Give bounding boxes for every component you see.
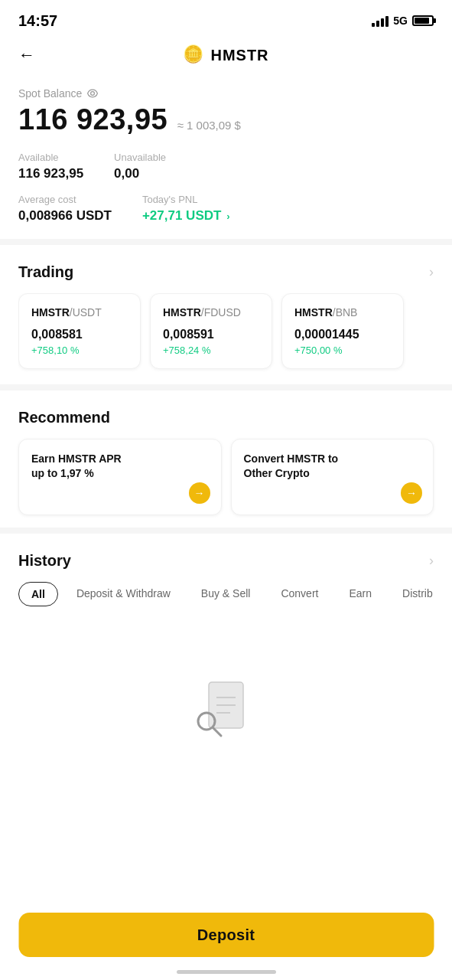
unavailable-balance: Unavailable 0,00 xyxy=(114,152,166,181)
trading-section: Trading › HMSTR/USDT 0,008581 +758,10 % … xyxy=(0,251,452,378)
history-tab[interactable]: Convert xyxy=(268,582,330,606)
page-header: ← 🪙 HMSTR xyxy=(0,38,452,75)
status-bar: 14:57 5G xyxy=(0,0,452,38)
coin-name: HMSTR xyxy=(210,47,268,64)
pnl-value[interactable]: +27,71 USDT › xyxy=(142,208,230,224)
balance-usd: ≈ 1 003,09 $ xyxy=(177,119,241,132)
divider-2 xyxy=(0,384,452,390)
recommend-section: Recommend Earn HMSTR APR up to 1,97 % → … xyxy=(0,397,452,521)
card-price: 0,00001445 xyxy=(294,328,391,341)
pnl-chevron: › xyxy=(226,211,229,222)
balance-row: 116 923,95 ≈ 1 003,09 $ xyxy=(18,104,434,136)
todays-pnl: Today's PNL +27,71 USDT › xyxy=(142,194,230,224)
trading-header: Trading › xyxy=(18,263,434,281)
header-title: 🪙 HMSTR xyxy=(183,44,268,66)
balance-details: Available 116 923,95 Unavailable 0,00 xyxy=(18,152,434,181)
recommend-text: Convert HMSTR to Other Crypto xyxy=(244,452,343,482)
status-icons: 5G xyxy=(372,15,434,27)
history-tabs: AllDeposit & WithdrawBuy & SellConvertEa… xyxy=(18,582,434,609)
available-balance: Available 116 923,95 xyxy=(18,152,83,181)
avg-cost-label: Average cost xyxy=(18,194,112,205)
recommend-cards: Earn HMSTR APR up to 1,97 % → Convert HM… xyxy=(18,439,434,515)
avg-cost-value: 0,008966 USDT xyxy=(18,208,112,224)
unavailable-value: 0,00 xyxy=(114,166,166,181)
deposit-btn-container: Deposit xyxy=(18,913,434,957)
eye-icon[interactable] xyxy=(86,87,99,100)
divider-3 xyxy=(0,528,452,534)
card-pair: HMSTR/FDUSD xyxy=(163,306,259,318)
empty-state-icon xyxy=(196,677,257,738)
history-tab[interactable]: Buy & Sell xyxy=(189,582,263,606)
network-label: 5G xyxy=(393,15,408,27)
history-title: History xyxy=(18,552,71,570)
status-time: 14:57 xyxy=(18,12,57,30)
history-tab[interactable]: All xyxy=(18,582,58,606)
card-pair: HMSTR/USDT xyxy=(31,306,128,318)
trading-chevron-icon[interactable]: › xyxy=(429,264,434,280)
avg-pnl-row: Average cost 0,008966 USDT Today's PNL +… xyxy=(18,194,434,224)
divider-1 xyxy=(0,239,452,245)
trading-card[interactable]: HMSTR/USDT 0,008581 +758,10 % xyxy=(18,293,141,369)
unavailable-label: Unavailable xyxy=(114,152,166,163)
card-price: 0,008581 xyxy=(31,328,128,341)
recommend-arrow-icon: → xyxy=(189,482,210,504)
avg-cost: Average cost 0,008966 USDT xyxy=(18,194,112,224)
recommend-card[interactable]: Convert HMSTR to Other Crypto → xyxy=(231,439,434,515)
pnl-label: Today's PNL xyxy=(142,194,230,205)
card-change: +750,00 % xyxy=(294,345,391,356)
recommend-card[interactable]: Earn HMSTR APR up to 1,97 % → xyxy=(18,439,222,515)
recommend-header: Recommend xyxy=(18,409,434,426)
empty-state xyxy=(0,616,452,769)
history-section: History › AllDeposit & WithdrawBuy & Sel… xyxy=(0,540,452,616)
trading-card[interactable]: HMSTR/FDUSD 0,008591 +758,24 % xyxy=(150,293,272,369)
trading-card[interactable]: HMSTR/BNB 0,00001445 +750,00 % xyxy=(281,293,404,369)
balance-amount: 116 923,95 xyxy=(18,103,167,136)
coin-icon: 🪙 xyxy=(183,44,204,66)
history-tab[interactable]: Distrib xyxy=(390,582,434,606)
available-label: Available xyxy=(18,152,83,163)
available-value: 116 923,95 xyxy=(18,166,83,181)
svg-point-0 xyxy=(91,92,95,96)
card-pair: HMSTR/BNB xyxy=(294,306,391,318)
svg-line-7 xyxy=(213,728,221,736)
search-icon xyxy=(196,710,223,738)
history-chevron-icon[interactable]: › xyxy=(429,553,434,569)
svg-point-6 xyxy=(198,713,215,730)
trading-title: Trading xyxy=(18,263,73,281)
deposit-button[interactable]: Deposit xyxy=(18,913,434,957)
recommend-arrow-icon: → xyxy=(401,482,422,504)
card-change: +758,10 % xyxy=(31,345,128,356)
card-price: 0,008591 xyxy=(163,328,259,341)
trading-cards: HMSTR/USDT 0,008581 +758,10 % HMSTR/FDUS… xyxy=(18,293,434,372)
recommend-text: Earn HMSTR APR up to 1,97 % xyxy=(31,452,131,482)
back-button[interactable]: ← xyxy=(18,45,35,65)
card-change: +758,24 % xyxy=(163,345,259,356)
home-indicator xyxy=(177,970,276,974)
history-tab[interactable]: Deposit & Withdraw xyxy=(64,582,183,606)
battery-icon xyxy=(412,15,434,26)
recommend-title: Recommend xyxy=(18,409,110,426)
spot-balance-label: Spot Balance xyxy=(18,87,434,100)
history-header: History › xyxy=(18,552,434,570)
balance-section: Spot Balance 116 923,95 ≈ 1 003,09 $ Ava… xyxy=(0,75,452,233)
signal-icon xyxy=(372,15,389,27)
history-tab[interactable]: Earn xyxy=(337,582,384,606)
